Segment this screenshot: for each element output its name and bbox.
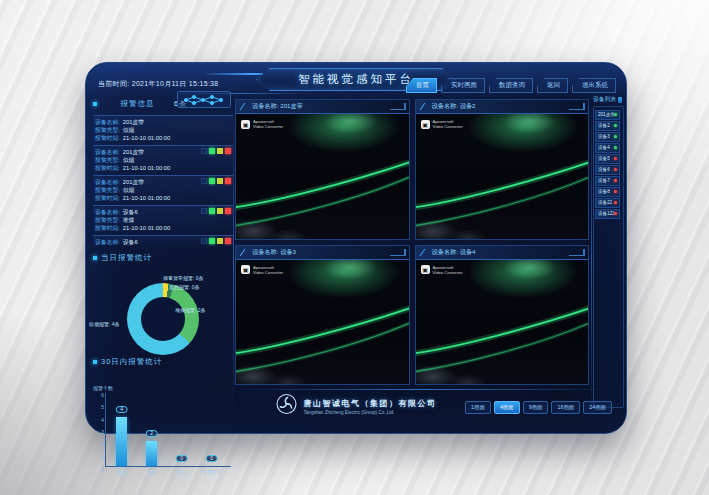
status-led-icon [201,208,207,214]
nav-button-4[interactable]: 退出系统 [572,78,616,93]
device-name: 设备7 [598,178,610,183]
bar-value-label: 2 [145,430,158,437]
alarm-field-label: 报警类型: [95,187,120,193]
status-led-icon [209,178,215,184]
status-led-icon [225,148,231,154]
watermark-icon: ▣ [241,120,250,129]
video-cell-title: 设备名称: 201皮带 [236,100,409,114]
status-led-icon [201,178,207,184]
video-feed[interactable]: ▣ApowersoftVideo Converter [416,260,589,385]
device-list-item[interactable]: 设备7 [595,176,620,186]
nav-button-3[interactable]: 返回 [537,78,568,93]
daily-chart-title: 当日报警统计 [93,253,233,263]
axis-tick-label: 5 [96,405,104,410]
alarm-list-item[interactable]: 设备名称:201皮带报警类型:似烟报警时间:21-10-10 01:00:00 [93,175,233,205]
video-watermark: ▣ApowersoftVideo Converter [421,119,463,129]
device-status-dot-icon [614,146,617,149]
axis-tick-label: 4 [96,418,104,423]
alarm-list-item[interactable]: 设备名称:201皮带报警类型:似烟报警时间:21-10-10 01:00:00 [93,145,233,175]
bar-column: 0遮挡 [176,392,187,466]
bar-category-label: 遮挡 [177,470,186,475]
alarm-field-value: 21-10-10 01:00:00 [123,165,170,171]
alarm-led-strip [201,238,231,244]
device-list-item[interactable]: 201皮带 [595,110,620,120]
device-status-dot-icon [614,201,617,204]
video-cell[interactable]: 设备名称: 201皮带▣ApowersoftVideo Converter [235,99,410,240]
alarm-row: 报警类型:似烟 [95,186,231,194]
bar-value-label: 4 [115,406,128,413]
nav-button-1[interactable]: 实时画面 [441,78,485,93]
video-feed[interactable]: ▣ApowersoftVideo Converter [236,260,409,385]
alarm-panel-header: 报警信息 6条 [93,99,233,109]
device-name: 设备123 [598,211,614,216]
device-list-item[interactable]: 设备123 [595,209,620,219]
split-button-1[interactable]: 4画面 [494,401,520,414]
device-list-item[interactable]: 设备6 [595,165,620,175]
donut-slice-label: 似烟报警: 4条 [89,321,120,327]
axis-tick-label: 6 [96,393,104,398]
divider [591,103,592,419]
status-led-icon [209,208,215,214]
axis-tick-label: 3 [96,430,104,435]
device-status-dot-icon [614,212,617,215]
watermark-text: ApowersoftVideo Converter [433,119,463,129]
alarm-led-strip [201,208,231,214]
video-cell[interactable]: 设备名称: 设备2▣ApowersoftVideo Converter [415,99,590,240]
alarm-row: 设备名称:201皮带 [95,118,231,126]
alarm-list-item[interactable]: 设备名称:设备6 [93,235,233,247]
split-button-4[interactable]: 24画面 [583,401,612,414]
device-name: 201皮带 [598,112,614,117]
alarm-list-item[interactable]: 设备名称:设备6报警类型:堆煤报警时间:21-10-10 01:00:00 [93,205,233,235]
bar-chart-area: 01234564似烟2堆煤0遮挡0煤量异常 [105,393,231,467]
video-cell-title: 设备名称: 设备4 [416,246,589,260]
video-cell-title: 设备名称: 设备2 [416,100,589,114]
bar-chart-ylabel: 报警个数 [93,385,113,391]
device-name: 设备3 [598,134,610,139]
alarm-field-value: 21-10-10 01:00:00 [123,195,170,201]
device-name: 设备22 [598,200,612,205]
watermark-icon: ▣ [421,120,430,129]
bar [116,417,127,466]
alarm-panel-title: 报警信息 [121,99,155,109]
nav-button-0[interactable]: 首页 [406,78,437,93]
donut-slice-label: 堆煤报警: 2条 [175,307,206,313]
video-cell[interactable]: 设备名称: 设备3▣ApowersoftVideo Converter [235,245,410,386]
device-status-dot-icon [614,157,617,160]
device-list-item[interactable]: 设备8 [595,187,620,197]
alarm-row: 报警类型:堆煤 [95,216,231,224]
alarm-field-value: 堆煤 [123,217,135,223]
device-list: 201皮带设备2设备3设备4设备5设备6设备7设备8设备22设备123 [595,110,620,219]
topology-icon [177,91,231,108]
bar [146,441,157,466]
axis-tick-label: 0 [96,467,104,472]
video-feed[interactable]: ▣ApowersoftVideo Converter [236,114,409,239]
split-button-3[interactable]: 16画面 [551,401,580,414]
alarm-row: 报警类型:似烟 [95,156,231,164]
split-button-2[interactable]: 9画面 [523,401,549,414]
alarm-field-value: 似烟 [123,127,135,133]
split-button-0[interactable]: 1画面 [465,401,491,414]
alarm-field-label: 报警时间: [95,195,120,201]
alarm-list-item[interactable]: 设备名称:201皮带报警类型:似烟报警时间:21-10-10 01:00:00 [93,115,233,145]
device-name: 设备2 [598,123,610,128]
nav-button-2[interactable]: 数据查询 [489,78,533,93]
video-feed[interactable]: ▣ApowersoftVideo Converter [416,114,589,239]
device-list-item[interactable]: 设备4 [595,143,620,153]
video-cell[interactable]: 设备名称: 设备4▣ApowersoftVideo Converter [415,245,590,386]
device-list-item[interactable]: 设备22 [595,198,620,208]
alarm-row: 报警类型:似烟 [95,126,231,134]
alarm-field-value: 设备6 [123,209,138,215]
device-list-item[interactable]: 设备3 [595,132,620,142]
device-list-tab[interactable] [618,97,622,103]
left-sidebar: 报警信息 6条 [93,99,233,425]
device-name: 设备6 [598,167,610,172]
bar-column: 2堆煤 [146,392,157,466]
alarm-field-value: 201皮带 [123,179,144,185]
video-watermark: ▣ApowersoftVideo Converter [241,265,283,275]
device-list-item[interactable]: 设备5 [595,154,620,164]
device-list-item[interactable]: 设备2 [595,121,620,131]
device-status-dot-icon [614,113,617,116]
status-led-icon [201,238,207,244]
video-watermark: ▣ApowersoftVideo Converter [241,119,283,129]
alarm-field-label: 报警类型: [95,217,120,223]
